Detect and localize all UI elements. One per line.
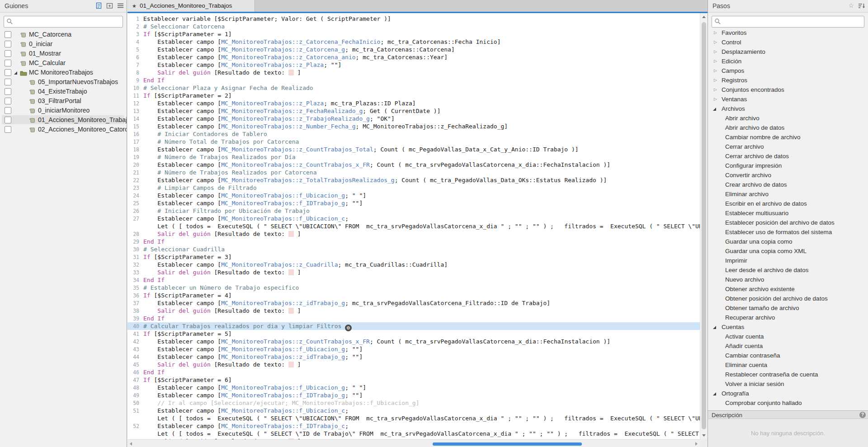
script-step-row[interactable]: 39End If [127, 315, 700, 322]
script-step-row[interactable]: 10# Seleccionar Plaza y Asignar Fecha de… [127, 84, 700, 92]
step-item[interactable]: Leer desde el archivo de datos [708, 265, 867, 275]
step-item[interactable]: Cambiar contraseña [708, 351, 867, 360]
chevron-right-icon[interactable]: ▷ [714, 75, 717, 85]
step-item[interactable]: Obtener archivo existente [708, 284, 867, 294]
step-category[interactable]: ▷Desplazamiento [708, 47, 867, 56]
chevron-right-icon[interactable]: ▷ [714, 47, 717, 56]
script-step-row[interactable]: 1Establecer variable [$ScriptParameter; … [127, 15, 700, 23]
step-item[interactable]: Nuevo archivo [708, 275, 867, 284]
script-step-row[interactable]: 15 Establecer campo [MC_MonitoreoTrabajo… [127, 122, 700, 130]
chevron-right-icon[interactable]: ▷ [714, 56, 717, 66]
step-item[interactable]: Configurar impresión [708, 161, 867, 170]
checkbox[interactable] [5, 31, 11, 38]
step-item[interactable]: Eliminar archivo [708, 189, 867, 199]
step-item[interactable]: Cerrar archivo de datos [708, 151, 867, 161]
script-step-row[interactable]: 16 # Iniciar Contadores de Tablero [127, 130, 700, 138]
checkbox[interactable] [5, 88, 11, 95]
script-step-row[interactable]: 36If [$ScriptParameter = 4] [127, 292, 700, 299]
script-step-row[interactable]: 13 Establecer campo [MC_MonitoreoTrabajo… [127, 107, 700, 115]
script-step-row[interactable]: 45 Salir del guión [Resultado de texto: … [127, 361, 700, 368]
chevron-expanded-icon[interactable] [713, 108, 716, 111]
folder-expand-icon[interactable] [14, 71, 17, 75]
scroll-up-icon[interactable] [702, 16, 706, 18]
step-category[interactable]: ▷Campos [708, 66, 867, 75]
script-step-row[interactable]: 52 Establecer campo [MC_MonitoreoTrabajo… [127, 422, 700, 430]
step-item[interactable]: Convertir archivo [708, 170, 867, 180]
script-steps-area[interactable]: 1Establecer variable [$ScriptParameter; … [127, 13, 700, 447]
script-list-item[interactable]: 01_Mostrar [0, 49, 127, 58]
script-step-row[interactable]: 22 Establecer campo [MC_MonitoreoTrabajo… [127, 176, 700, 184]
chevron-right-icon[interactable]: ▷ [714, 28, 717, 38]
step-category[interactable]: ▷Edición [708, 56, 867, 66]
script-step-row[interactable]: 9End If [127, 76, 700, 84]
script-step-row[interactable]: 11If [$ScriptParameter = 2] [127, 92, 700, 99]
script-step-row[interactable]: 49 Establecer campo [MC_MonitoreoTrabajo… [127, 391, 700, 399]
script-step-row[interactable]: 7 Establecer campo [MC_MonitoreoTrabajos… [127, 61, 700, 69]
script-list-item[interactable]: 01_Acciones_Monitoreo_Trabajos✱ [0, 115, 127, 125]
step-item[interactable]: Cambiar nombre de archivo [708, 132, 867, 142]
script-step-row[interactable]: 42 Establecer campo [MC_MonitoreoTrabajo… [127, 338, 700, 345]
script-step-row[interactable]: 50 // Ir al campo [Seleccionar/ejecutar;… [127, 399, 700, 407]
step-category[interactable]: Ortografía [708, 389, 867, 398]
step-category[interactable]: Archivos [708, 104, 867, 113]
scroll-left-icon[interactable] [130, 442, 132, 446]
script-list-item[interactable]: 05_ImportarNuevosTrabajos [0, 77, 127, 87]
checkbox[interactable] [5, 79, 11, 85]
new-folder-icon[interactable] [106, 2, 113, 9]
step-item[interactable]: Establecer posición del archivo de datos [708, 218, 867, 227]
script-step-row[interactable]: 35# Establecer un Número de Trabajo espe… [127, 284, 700, 292]
script-list-item[interactable]: 02_Acciones_Monitoreo_Catorcena [0, 125, 127, 134]
script-list-item[interactable]: MC MonitoreoTrabajos [0, 68, 127, 77]
new-script-icon[interactable] [95, 2, 102, 9]
scroll-down-icon[interactable] [702, 434, 706, 437]
script-list-item[interactable]: MC_Catorcena [0, 30, 127, 39]
script-step-row[interactable]: 23 # Limpiar Campos de Filtrado [127, 184, 700, 192]
script-step-row[interactable]: 8 Salir del guión [Resultado de texto: ] [127, 69, 700, 76]
help-icon[interactable]: ? [859, 412, 866, 418]
script-step-row[interactable]: 33 Salir del guión [Resultado de texto: … [127, 268, 700, 276]
chevron-right-icon[interactable]: ▷ [714, 94, 717, 104]
checkbox[interactable] [5, 69, 11, 76]
script-step-row[interactable]: 30# Seleccionar Cuadrilla [127, 245, 700, 253]
script-step-row[interactable]: 25 Establecer campo [MC_MonitoreoTrabajo… [127, 199, 700, 207]
favorites-star-icon[interactable]: ☆ [848, 2, 854, 9]
script-step-row[interactable]: Let ( [ todos = ExecuteSQL ( " SELECT \"… [127, 414, 700, 422]
script-list-item[interactable]: 03_FiltrarPortal [0, 96, 127, 106]
step-item[interactable]: Establecer multiusuario [708, 208, 867, 218]
script-step-row[interactable]: 31If [$ScriptParameter = 3] [127, 253, 700, 261]
step-item[interactable]: Escribir en el archivo de datos [708, 199, 867, 208]
script-list-item[interactable]: 0_iniciar [0, 39, 127, 49]
checkbox[interactable] [5, 107, 11, 114]
script-step-row[interactable]: 37 Establecer campo [MC_MonitoreoTrabajo… [127, 299, 700, 307]
checkbox[interactable] [5, 41, 11, 47]
step-item[interactable]: Activar cuenta [708, 332, 867, 341]
script-list-item[interactable]: 04_ExisteTrabajo [0, 87, 127, 96]
script-step-row[interactable]: 24 Establecer campo [MC_MonitoreoTrabajo… [127, 192, 700, 199]
result-placeholder-box[interactable] [288, 269, 294, 275]
checkbox[interactable] [5, 98, 11, 104]
script-step-row[interactable]: 34End If [127, 276, 700, 284]
step-item[interactable]: Comprobar conjunto hallado [708, 398, 867, 408]
script-step-row[interactable]: Let ( [ todos = ExecuteSQL ( " SELECT \"… [127, 430, 700, 438]
result-placeholder-box[interactable] [288, 70, 294, 75]
script-step-row[interactable]: 48 Establecer campo [MC_MonitoreoTrabajo… [127, 384, 700, 391]
script-list-item[interactable]: MC_Calcular [0, 58, 127, 68]
script-step-row[interactable]: 32 Establecer campo [MC_MonitoreoTrabajo… [127, 261, 700, 268]
script-step-row[interactable]: 4 Establecer campo [MC_MonitoreoTrabajos… [127, 38, 700, 46]
script-step-row[interactable]: 40# Calcular Trabajos realizados por dia… [127, 322, 700, 330]
script-step-row[interactable]: 29End If [127, 238, 700, 245]
step-category[interactable]: Cuentas [708, 322, 867, 332]
script-step-row[interactable]: 18 Establecer campo [MC_MonitoreoTrabajo… [127, 146, 700, 153]
script-step-row[interactable]: 12 Establecer campo [MC_MonitoreoTrabajo… [127, 99, 700, 107]
step-item[interactable]: Volver a iniciar sesión [708, 379, 867, 389]
chevron-right-icon[interactable]: ▷ [714, 38, 717, 47]
step-item[interactable]: Establecer uso de formatos del sistema [708, 227, 867, 237]
checkbox[interactable] [5, 50, 11, 57]
checkbox[interactable] [5, 117, 11, 123]
step-item[interactable]: Crear archivo de datos [708, 180, 867, 189]
tab-active-script[interactable]: ★01_Acciones_Monitoreo_Trabajos [127, 0, 255, 12]
editor-horizontal-scrollbar[interactable] [127, 439, 700, 447]
panel-menu-icon[interactable] [117, 3, 124, 9]
script-list-item[interactable]: 0_iniciarMonitoreo [0, 106, 127, 115]
vertical-scroll-thumb[interactable] [702, 22, 706, 429]
